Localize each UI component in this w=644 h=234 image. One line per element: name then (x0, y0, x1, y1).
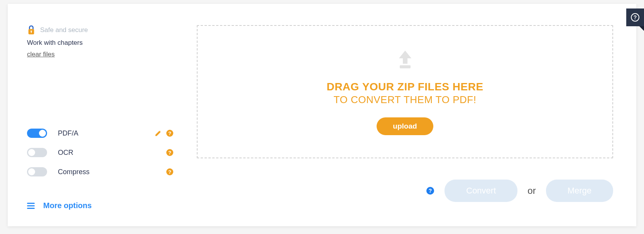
main-card: Safe and secure Work with chapters clear… (8, 4, 636, 226)
upload-button[interactable]: upload (377, 117, 433, 135)
svg-text:?: ? (168, 131, 171, 136)
toggle-compress[interactable] (27, 167, 47, 176)
svg-rect-9 (27, 203, 35, 204)
help-icon[interactable]: ? (426, 187, 434, 195)
svg-text:?: ? (634, 14, 637, 20)
svg-rect-10 (27, 205, 35, 206)
upload-icon (394, 48, 416, 70)
bottom-actions: ? Convert or Merge (197, 180, 613, 202)
dropzone-subtitle: TO CONVERT THEM TO PDF! (334, 94, 477, 106)
toggle-label-pdfa: PDF/A (58, 129, 154, 137)
help-icon[interactable]: ? (166, 168, 174, 176)
toggles-section: PDF/A ? OCR ? (27, 128, 174, 186)
convert-button[interactable]: Convert (445, 180, 517, 202)
more-options-label: More options (43, 201, 92, 210)
safe-row: Safe and secure (27, 25, 174, 35)
svg-rect-11 (27, 208, 35, 209)
help-tab[interactable]: ? (626, 8, 644, 26)
svg-rect-12 (400, 65, 411, 68)
help-icon[interactable]: ? (166, 149, 174, 156)
svg-text:?: ? (168, 150, 171, 156)
toggle-pdfa[interactable] (27, 129, 47, 138)
dropzone-title: DRAG YOUR ZIP FILES HERE (326, 81, 483, 93)
work-with-chapters-label: Work with chapters (27, 39, 174, 47)
pencil-icon[interactable] (154, 129, 162, 137)
toggle-row-compress: Compress ? (27, 166, 174, 177)
toggle-label-ocr: OCR (58, 149, 166, 157)
clear-files-link[interactable]: clear files (27, 51, 174, 58)
right-panel: DRAG YOUR ZIP FILES HERE TO CONVERT THEM… (193, 4, 636, 226)
hamburger-icon (27, 203, 35, 209)
safe-secure-label: Safe and secure (40, 26, 88, 34)
svg-text:?: ? (429, 188, 432, 194)
toggle-row-ocr: OCR ? (27, 147, 174, 158)
or-label: or (527, 185, 536, 196)
toggle-label-compress: Compress (58, 168, 166, 176)
help-icon[interactable]: ? (166, 129, 174, 137)
toggle-row-pdfa: PDF/A ? (27, 128, 174, 139)
left-panel: Safe and secure Work with chapters clear… (8, 4, 193, 226)
toggle-ocr[interactable] (27, 148, 47, 157)
merge-button[interactable]: Merge (546, 180, 613, 202)
more-options-button[interactable]: More options (27, 201, 174, 210)
dropzone[interactable]: DRAG YOUR ZIP FILES HERE TO CONVERT THEM… (197, 25, 613, 158)
svg-rect-2 (31, 32, 32, 33)
lock-icon (27, 25, 35, 35)
svg-text:?: ? (168, 169, 171, 175)
